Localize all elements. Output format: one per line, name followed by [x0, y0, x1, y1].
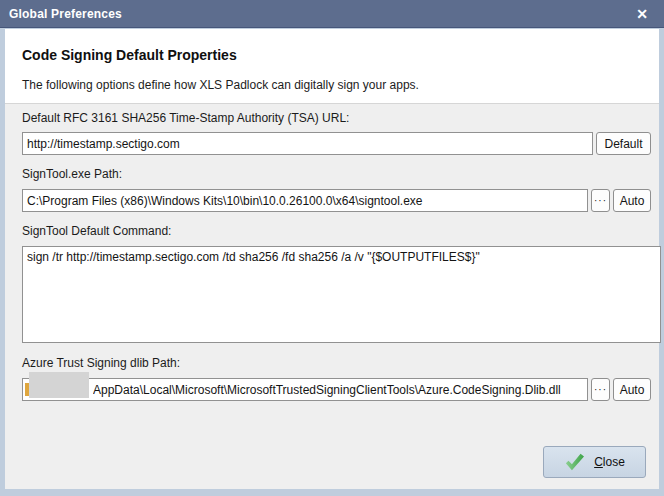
azure-dlib-label: Azure Trust Signing dlib Path: [22, 356, 651, 370]
close-icon[interactable]: ✕ [632, 5, 652, 23]
default-button[interactable]: Default [596, 132, 651, 155]
azure-dlib-row: ··· Auto [22, 378, 651, 401]
check-icon [564, 453, 585, 472]
tsa-url-label: Default RFC 3161 SHA256 Time-Stamp Autho… [22, 111, 651, 125]
signtool-browse-button[interactable]: ··· [591, 189, 610, 212]
azure-auto-button[interactable]: Auto [613, 378, 651, 401]
dialog-frame: Code Signing Default Properties The foll… [5, 29, 659, 489]
azure-browse-button[interactable]: ··· [591, 378, 610, 401]
azure-dlib-input[interactable] [22, 378, 588, 401]
signtool-auto-button[interactable]: Auto [613, 189, 651, 212]
global-preferences-dialog: Global Preferences ✕ Code Signing Defaul… [0, 0, 664, 496]
form-body: Default RFC 3161 SHA256 Time-Stamp Autho… [5, 104, 659, 489]
title-bar: Global Preferences ✕ [0, 0, 664, 28]
window-title: Global Preferences [9, 7, 122, 21]
signtool-path-row: ··· Auto [22, 189, 651, 212]
close-button-label: Close [594, 455, 625, 469]
header-panel: Code Signing Default Properties The foll… [5, 29, 659, 104]
signtool-path-input[interactable] [22, 189, 588, 212]
page-title: Code Signing Default Properties [22, 47, 642, 63]
tsa-url-input[interactable] [22, 132, 593, 155]
redaction-block [29, 372, 89, 398]
tsa-url-row: Default [22, 132, 651, 155]
command-textarea[interactable]: sign /tr http://timestamp.sectigo.com /t… [22, 246, 661, 343]
footer: Close [22, 446, 651, 478]
page-description: The following options define how XLS Pad… [22, 78, 642, 92]
close-button[interactable]: Close [543, 446, 646, 478]
signtool-path-label: SignTool.exe Path: [22, 167, 651, 181]
command-label: SignTool Default Command: [22, 224, 651, 238]
